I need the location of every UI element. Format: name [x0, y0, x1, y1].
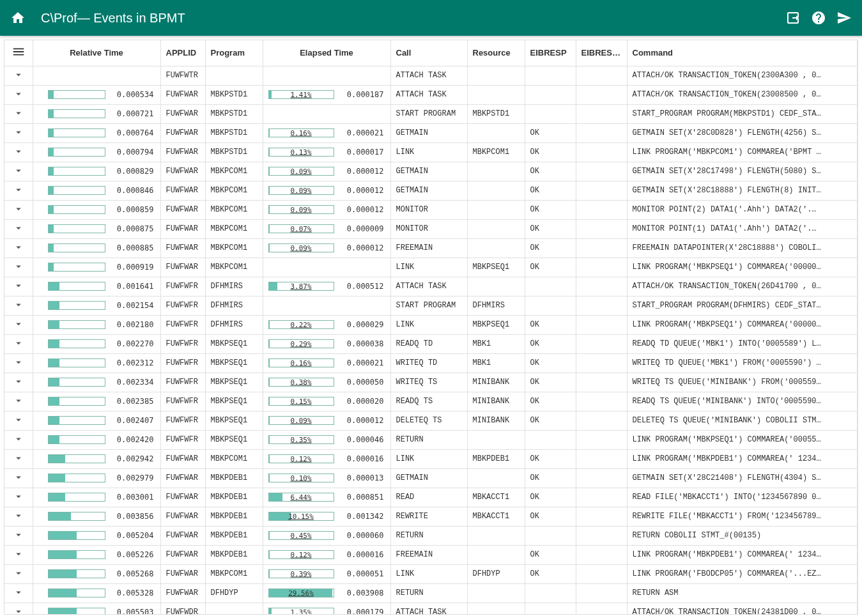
table-row[interactable]: 0.000794FUWFWARMBKPSTD10.13%0.000017LINK… [4, 142, 858, 162]
expand-row-icon[interactable] [13, 567, 24, 579]
menu-header[interactable] [4, 40, 33, 66]
table-row[interactable]: 0.002385FUWFWFRMBKPSEQ10.15%0.000020READ… [4, 392, 858, 411]
table-row[interactable]: 0.000829FUWFWARMBKPCOM10.09%0.000012GETM… [4, 162, 858, 181]
expand-row-icon[interactable] [13, 472, 24, 483]
cell-call: GETMAIN [390, 181, 467, 200]
expand-row-icon[interactable] [13, 127, 24, 138]
expand-row-icon[interactable] [13, 146, 24, 157]
table-row[interactable]: 0.000764FUWFWARMBKPSTD10.16%0.000021GETM… [4, 123, 858, 142]
table-row[interactable]: FUWFWTRATTACH TASKATTACH/OK TRANSACTION_… [4, 66, 858, 85]
table-row[interactable]: 0.000846FUWFWARMBKPCOM10.09%0.000012GETM… [4, 181, 858, 200]
cell-call: GETMAIN [390, 123, 467, 142]
table-row[interactable]: 0.002270FUWFWFRMBKPSEQ10.29%0.000038READ… [4, 334, 858, 353]
cell-eibresp [525, 603, 576, 615]
table-row[interactable]: 0.000885FUWFWARMBKPCOM10.09%0.000012FREE… [4, 238, 858, 258]
relative-time-bar [48, 263, 105, 272]
table-row[interactable]: 0.001641FUWFWFRDFHMIRS3.87%0.000512ATTAC… [4, 277, 858, 296]
table-row[interactable]: 0.005503FUWFWDR1.35%0.000179ATTACH TASKA… [4, 603, 858, 615]
cell-applid: FUWFWFR [160, 334, 205, 353]
table-row[interactable]: 0.000859FUWFWARMBKPCOM10.09%0.000012MONI… [4, 200, 858, 219]
elapsed-value: 0.000009 [338, 224, 384, 233]
cell-program: MBKPCOM1 [205, 449, 263, 468]
table-row[interactable]: 0.000721FUWFWARMBKPSTD1START PROGRAMMBKP… [4, 104, 858, 123]
cell-program: MBKPCOM1 [205, 238, 263, 258]
table-row[interactable]: 0.002154FUWFWFRDFHMIRSSTART PROGRAMDFHMI… [4, 296, 858, 315]
expand-row-icon[interactable] [13, 299, 24, 311]
cell-applid: FUWFWAR [160, 468, 205, 488]
home-icon[interactable] [10, 10, 26, 26]
col-call[interactable]: Call [390, 40, 467, 66]
table-row[interactable]: 0.000534FUWFWARMBKPSTD11.41%0.000187ATTA… [4, 85, 858, 104]
expand-row-icon[interactable] [13, 242, 24, 253]
cell-applid: FUWFWAR [160, 526, 205, 545]
table-row[interactable]: 0.005268FUWFWARMBKPCOM10.39%0.000051LINK… [4, 564, 858, 583]
cell-applid: FUWFWFR [160, 296, 205, 315]
table-row[interactable]: 0.002334FUWFWFRMBKPSEQ10.38%0.000050WRIT… [4, 373, 858, 392]
expand-row-icon[interactable] [13, 184, 24, 196]
table-row[interactable]: 0.002180FUWFWFRDFHMIRS0.22%0.000029LINKM… [4, 315, 858, 334]
expand-row-icon[interactable] [13, 433, 24, 445]
expand-row-icon[interactable] [13, 337, 24, 349]
cell-program: MBKPSTD1 [205, 123, 263, 142]
expand-row-icon[interactable] [13, 395, 24, 406]
cell-resource [467, 603, 525, 615]
relative-time-value: 0.002385 [109, 397, 154, 406]
expand-row-icon[interactable] [13, 280, 24, 291]
table-row[interactable]: 0.000919FUWFWARMBKPCOM1LINKMBKPSEQ1OKLIN… [4, 258, 858, 277]
relative-time-bar [48, 205, 105, 214]
hamburger-icon[interactable] [12, 45, 26, 59]
expand-row-icon[interactable] [13, 318, 24, 330]
relative-time-value: 0.002180 [109, 320, 154, 329]
export-icon[interactable] [785, 10, 801, 26]
expand-row-icon[interactable] [13, 414, 24, 426]
expand-row-icon[interactable] [13, 261, 24, 272]
col-relative-time[interactable]: Relative Time [33, 40, 160, 66]
expand-row-icon[interactable] [13, 491, 24, 502]
elapsed-value: 0.001342 [338, 512, 384, 521]
col-elapsed[interactable]: Elapsed Time [263, 40, 390, 66]
col-command[interactable]: Command [627, 40, 858, 66]
expand-row-icon[interactable] [13, 606, 24, 615]
table-row[interactable]: 0.000875FUWFWARMBKPCOM10.07%0.000009MONI… [4, 219, 858, 238]
expand-row-icon[interactable] [13, 357, 24, 368]
cell-eibresp2 [576, 277, 627, 296]
col-applid[interactable]: APPLID [160, 40, 205, 66]
elapsed-pct-label: 0.09% [290, 167, 311, 176]
table-row[interactable]: 0.002312FUWFWFRMBKPSEQ10.16%0.000021WRIT… [4, 353, 858, 373]
send-icon[interactable] [836, 10, 852, 26]
table-row[interactable]: 0.002942FUWFWARMBKPCOM10.12%0.000016LINK… [4, 449, 858, 468]
expand-row-icon[interactable] [13, 165, 24, 176]
expand-row-icon[interactable] [13, 376, 24, 387]
table-row[interactable]: 0.003001FUWFWARMBKPDEB16.44%0.000851READ… [4, 488, 858, 507]
table-row[interactable]: 0.002979FUWFWARMBKPDEB10.10%0.000013GETM… [4, 468, 858, 488]
col-resource[interactable]: Resource [467, 40, 525, 66]
elapsed-pct-bar: 0.22% [268, 320, 334, 329]
col-eibresp2[interactable]: EIBRESP2 [576, 40, 627, 66]
relative-time-bar [48, 397, 105, 406]
expand-row-icon[interactable] [13, 452, 24, 464]
expand-row-icon[interactable] [13, 222, 24, 234]
cell-applid: FUWFWAR [160, 488, 205, 507]
expand-row-icon[interactable] [13, 548, 24, 560]
help-icon[interactable] [811, 10, 826, 26]
table-row[interactable]: 0.003856FUWFWARMBKPDEB110.15%0.001342REW… [4, 507, 858, 526]
table-row[interactable]: 0.005328FUWFWARDFHDYP29.56%0.003908RETUR… [4, 583, 858, 603]
cell-resource: MBKACCT1 [467, 488, 525, 507]
elapsed-pct-bar: 0.16% [268, 128, 334, 137]
expand-row-icon[interactable] [13, 510, 24, 521]
table-row[interactable]: 0.005226FUWFWARMBKPDEB10.12%0.000016FREE… [4, 545, 858, 564]
expand-row-icon[interactable] [13, 587, 24, 598]
table-row[interactable]: 0.005204FUWFWARMBKPDEB10.45%0.000060RETU… [4, 526, 858, 545]
table-row[interactable]: 0.002407FUWFWFRMBKPSEQ10.09%0.000012DELE… [4, 411, 858, 430]
elapsed-value: 0.000012 [338, 416, 384, 425]
expand-row-icon[interactable] [13, 69, 24, 81]
expand-row-icon[interactable] [13, 88, 24, 100]
table-row[interactable]: 0.002420FUWFWFRMBKPSEQ10.35%0.000046RETU… [4, 430, 858, 449]
cell-resource [467, 162, 525, 181]
expand-row-icon[interactable] [13, 107, 24, 119]
expand-row-icon[interactable] [13, 203, 24, 215]
expand-row-icon[interactable] [13, 529, 24, 541]
col-eibresp[interactable]: EIBRESP [525, 40, 576, 66]
col-program[interactable]: Program [205, 40, 263, 66]
relative-time-value: 0.000885 [109, 243, 154, 252]
